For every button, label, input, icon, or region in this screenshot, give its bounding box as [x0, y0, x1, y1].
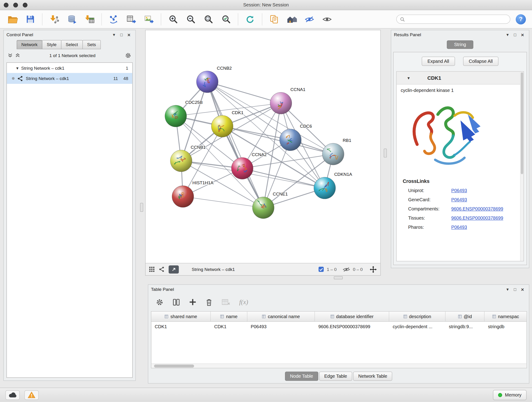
network-node-CDC25B[interactable]	[165, 105, 187, 127]
tab-node-table[interactable]: Node Table	[285, 372, 318, 381]
network-collection-label: String Network – cdk1	[21, 65, 64, 70]
results-scrollbar[interactable]	[520, 71, 524, 261]
network-row-selected[interactable]: String Network – cdk1 11 48	[7, 73, 133, 84]
search-input[interactable]	[407, 17, 507, 22]
import-table-from-file-icon[interactable]	[82, 12, 97, 26]
network-canvas[interactable]: CCNB2CCNA1CDC25BCDK1CDC6RB1CCNB1CCNA2CDK…	[145, 30, 381, 263]
share-view-icon[interactable]	[159, 266, 165, 272]
panel-float-icon[interactable]	[511, 32, 519, 37]
open-session-icon[interactable]	[5, 12, 20, 26]
tab-string[interactable]: String	[447, 40, 473, 49]
network-node-CCNA2[interactable]	[231, 157, 253, 179]
crosslink-compartments-link[interactable]: 9606.ENSP00000378699	[451, 206, 503, 211]
table-options-gear-icon[interactable]	[156, 298, 164, 306]
crosslink-pharos-link[interactable]: P06493	[451, 225, 467, 230]
column-header[interactable]: namespac	[485, 312, 526, 321]
left-splitter-handle[interactable]	[140, 203, 143, 212]
export-table-icon[interactable]	[123, 12, 139, 26]
panel-collapse-icon[interactable]	[504, 287, 511, 292]
string-home-icon[interactable]	[284, 12, 299, 26]
tree-expand-icon[interactable]: ▾	[16, 65, 19, 70]
column-header[interactable]: shared name	[151, 312, 211, 321]
copy-annotation-icon[interactable]	[266, 12, 282, 26]
import-network-from-database-icon[interactable]	[64, 12, 80, 26]
panel-collapse-icon[interactable]	[110, 32, 118, 37]
zoom-selected-icon[interactable]	[218, 12, 234, 26]
delete-column-trash-icon[interactable]	[205, 298, 213, 306]
save-session-icon[interactable]	[22, 12, 38, 26]
panel-collapse-icon[interactable]	[504, 32, 511, 37]
export-image-icon[interactable]	[141, 12, 157, 26]
new-network-icon[interactable]	[106, 12, 121, 26]
crosslink-row: GeneCard: P06493	[397, 195, 524, 204]
network-node-CCNB1[interactable]	[170, 150, 192, 172]
column-header[interactable]: canonical name	[247, 312, 315, 321]
tab-network-table[interactable]: Network Table	[353, 372, 393, 381]
table-panel: Table Panel f(x) shared name name canoni…	[148, 284, 529, 383]
crosslink-row: Uniprot: P06493	[397, 186, 524, 195]
network-edge[interactable]	[183, 196, 263, 208]
tab-edge-table[interactable]: Edge Table	[319, 372, 352, 381]
panel-close-icon[interactable]	[125, 32, 133, 37]
tab-select[interactable]: Select	[61, 40, 83, 49]
network-edge[interactable]	[222, 126, 333, 154]
column-header[interactable]: @id	[445, 312, 485, 321]
zoom-in-icon[interactable]	[165, 12, 181, 26]
column-header[interactable]: description	[389, 312, 445, 321]
collapse-all-tree-icon[interactable]	[15, 53, 20, 58]
network-edge[interactable]	[207, 82, 263, 208]
cell-namespace: stringdb	[485, 324, 526, 329]
help-icon[interactable]	[516, 14, 526, 24]
tab-sets[interactable]: Sets	[82, 40, 101, 49]
tab-network[interactable]: Network	[17, 40, 42, 49]
string-results-container: Expand All Collapse All ▾ CDK1 cyclin-de…	[393, 52, 527, 265]
zoom-fit-icon[interactable]	[201, 12, 216, 26]
panel-close-icon[interactable]	[519, 286, 526, 292]
warning-button[interactable]	[25, 390, 39, 400]
network-graph[interactable]: CCNB2CCNA1CDC25BCDK1CDC6RB1CCNB1CCNA2CDK…	[146, 30, 380, 263]
search-box	[396, 15, 510, 24]
crosslink-uniprot-link[interactable]: P06493	[451, 188, 467, 193]
table-row[interactable]: CDK1 CDK1 P06493 9606.ENSP00000378699 cy…	[151, 322, 526, 331]
memory-button[interactable]: Memory	[493, 390, 526, 400]
table-horizontal-scrollbar[interactable]	[151, 364, 526, 368]
network-node-CCNB2[interactable]	[196, 71, 218, 93]
panel-float-icon[interactable]	[511, 287, 519, 292]
network-edge[interactable]	[207, 82, 281, 103]
glass-ball-effect-icon[interactable]	[302, 12, 317, 26]
network-collection-row[interactable]: ▾ String Network – cdk1 1	[7, 63, 133, 73]
right-splitter-handle[interactable]	[384, 149, 387, 158]
tab-style[interactable]: Style	[42, 40, 61, 49]
panel-float-icon[interactable]	[118, 32, 125, 37]
expand-all-tree-icon[interactable]	[8, 53, 13, 58]
toolbar-separator	[42, 13, 42, 25]
crosslink-tissues-link[interactable]: 9606.ENSP00000378699	[451, 216, 503, 220]
network-node-CDKN1A[interactable]	[314, 177, 336, 199]
detach-view-button[interactable]	[169, 265, 179, 274]
gene-detail-card: ▾ CDK1 cyclin-dependent kinase 1	[396, 71, 524, 261]
panel-close-icon[interactable]	[519, 32, 526, 37]
network-options-gear-icon[interactable]	[125, 52, 131, 58]
expand-all-button[interactable]: Expand All	[422, 57, 455, 66]
window-title: Session: New Session	[0, 2, 532, 7]
function-builder-icon[interactable]: f(x)	[239, 298, 248, 306]
toolbar-separator	[238, 13, 238, 25]
import-network-from-file-icon[interactable]	[46, 12, 62, 26]
zoom-out-icon[interactable]	[183, 12, 198, 26]
gene-collapse-icon[interactable]: ▾	[408, 75, 410, 80]
node-count: 11	[114, 76, 118, 81]
cloud-button[interactable]	[6, 390, 20, 400]
network-node-RB1[interactable]	[322, 143, 344, 165]
collapse-all-button[interactable]: Collapse All	[463, 57, 499, 66]
add-column-icon[interactable]	[189, 298, 196, 306]
show-columns-icon[interactable]	[172, 298, 180, 306]
network-edge[interactable]	[242, 168, 325, 188]
crosslink-genecard-link[interactable]: P06493	[451, 197, 467, 202]
apply-layout-icon[interactable]	[242, 12, 258, 26]
show-structure-images-icon[interactable]	[319, 12, 335, 26]
column-header[interactable]: database identifier	[315, 312, 389, 321]
grid-mode-icon[interactable]	[149, 266, 155, 272]
horizontal-splitter-handle[interactable]	[334, 276, 343, 279]
navigator-move-icon[interactable]	[370, 266, 377, 273]
column-header[interactable]: name	[211, 312, 247, 321]
